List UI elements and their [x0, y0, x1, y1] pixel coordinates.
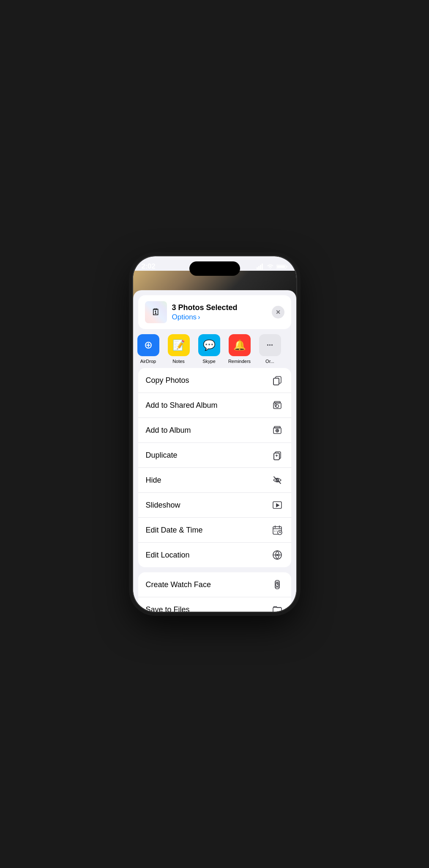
reminders-icon: 🔔 [229, 334, 251, 356]
skype-icon: 💬 [198, 334, 220, 356]
dynamic-island [189, 261, 240, 276]
status-time: 2:02 [142, 262, 156, 271]
slideshow-label: Slideshow [146, 501, 180, 510]
battery-icon [276, 264, 288, 269]
more-icon: ··· [259, 334, 281, 356]
share-header-left: 🗓 3 Photos Selected Options › [145, 301, 238, 323]
svg-text:6 7: 6 7 [274, 530, 277, 533]
skype-label: Skype [202, 359, 216, 364]
share-title: 3 Photos Selected [172, 303, 238, 312]
more-label: Or... [265, 359, 274, 364]
svg-rect-15 [274, 426, 280, 428]
copy-photos-item[interactable]: Copy Photos [138, 368, 291, 393]
signal-icon [257, 264, 264, 269]
svg-rect-3 [262, 264, 263, 269]
thumbnail-inner: 🗓 [145, 301, 167, 323]
duplicate-icon [271, 449, 284, 461]
edit-location-item[interactable]: Edit Location [138, 543, 291, 567]
app-item-skype[interactable]: 💬 Skype [194, 334, 224, 364]
wifi-icon [267, 264, 274, 269]
app-item-reminders[interactable]: 🔔 Reminders [224, 334, 255, 364]
add-shared-album-item[interactable]: Add to Shared Album [138, 393, 291, 418]
edit-location-label: Edit Location [146, 551, 190, 560]
svg-rect-1 [258, 266, 260, 269]
create-watch-face-item[interactable]: Create Watch Face [138, 572, 291, 597]
phone-frame: 2:02 [132, 255, 297, 613]
airdrop-icon [137, 334, 159, 356]
add-shared-album-label: Add to Shared Album [146, 401, 218, 410]
edit-location-icon [271, 549, 284, 561]
close-button[interactable]: ✕ [272, 306, 284, 319]
share-options-btn[interactable]: Options › [172, 313, 238, 321]
options-text: Options [172, 313, 197, 321]
status-icons [257, 264, 288, 269]
create-watch-face-icon [271, 578, 284, 591]
notes-icon: 📝 [168, 334, 190, 356]
create-watch-face-label: Create Watch Face [146, 580, 211, 589]
save-to-files-icon [271, 603, 284, 612]
phone-screen: 2:02 [133, 256, 296, 612]
edit-date-time-label: Edit Date & Time [146, 526, 203, 535]
svg-rect-8 [273, 378, 279, 385]
reminders-label: Reminders [228, 359, 251, 364]
duplicate-label: Duplicate [146, 451, 178, 460]
svg-line-26 [274, 477, 281, 483]
add-album-item[interactable]: Add to Album [138, 418, 291, 443]
notes-label: Notes [172, 359, 185, 364]
action-group-1: Copy Photos Add to Shared Album [138, 368, 291, 567]
thumbnail: 🗓 [145, 301, 167, 323]
share-sheet: 🗓 3 Photos Selected Options › ✕ [133, 290, 296, 612]
slideshow-icon [271, 499, 284, 511]
svg-point-13 [275, 404, 276, 406]
svg-marker-28 [276, 504, 279, 507]
save-to-files-item[interactable]: Save to Files [138, 597, 291, 612]
duplicate-item[interactable]: Duplicate [138, 443, 291, 468]
add-album-icon [271, 424, 284, 437]
share-title-area: 3 Photos Selected Options › [172, 303, 238, 321]
action-group-2: Create Watch Face Save to Files [138, 572, 291, 612]
app-item-airdrop[interactable]: AirDrop [133, 334, 164, 364]
copy-photos-label: Copy Photos [146, 376, 189, 385]
app-item-notes[interactable]: 📝 Notes [164, 334, 194, 364]
svg-rect-2 [260, 265, 261, 269]
save-to-files-label: Save to Files [146, 605, 190, 612]
options-chevron: › [198, 313, 200, 321]
share-header: 🗓 3 Photos Selected Options › ✕ [138, 295, 291, 329]
svg-point-39 [276, 555, 278, 556]
add-album-label: Add to Album [146, 426, 191, 435]
copy-photos-icon [271, 374, 284, 387]
edit-date-time-item[interactable]: Edit Date & Time 6 7 [138, 518, 291, 543]
add-shared-album-icon [271, 399, 284, 412]
app-row: AirDrop 📝 Notes 💬 Skype 🔔 Reminders ··· … [133, 329, 296, 368]
hide-icon [271, 474, 284, 486]
slideshow-item[interactable]: Slideshow [138, 493, 291, 518]
svg-rect-11 [274, 401, 280, 403]
hide-item[interactable]: Hide [138, 468, 291, 493]
app-item-more[interactable]: ··· Or... [255, 334, 285, 364]
hide-label: Hide [146, 476, 161, 485]
svg-rect-0 [257, 267, 258, 269]
airdrop-label: AirDrop [140, 359, 156, 364]
edit-date-time-icon: 6 7 [271, 524, 284, 536]
svg-rect-5 [277, 265, 285, 268]
